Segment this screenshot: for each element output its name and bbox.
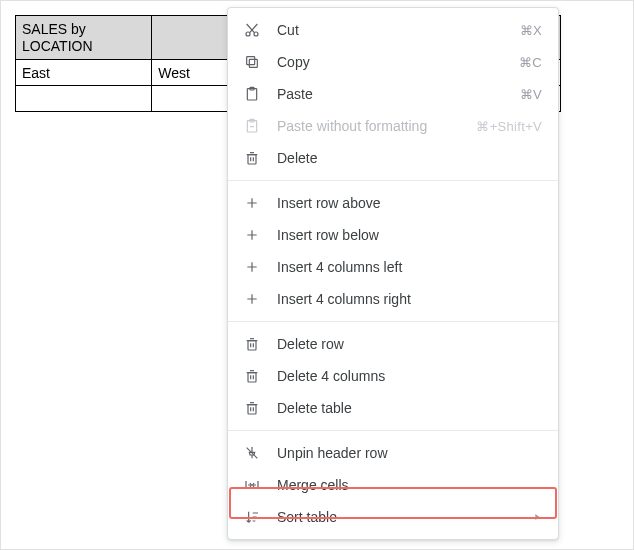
menu-item-unpin-header-row[interactable]: Unpin header row [228, 437, 558, 469]
menu-item-insert-columns-left[interactable]: Insert 4 columns left [228, 251, 558, 283]
svg-rect-10 [248, 373, 256, 382]
merge-cells-icon [242, 475, 262, 495]
menu-item-insert-row-above[interactable]: Insert row above [228, 187, 558, 219]
trash-icon [242, 334, 262, 354]
menu-item-paste[interactable]: Paste ⌘V [228, 78, 558, 110]
menu-item-label: Cut [277, 22, 520, 38]
cut-icon [242, 20, 262, 40]
svg-point-1 [254, 32, 258, 36]
menu-item-merge-cells[interactable]: Merge cells [228, 469, 558, 501]
menu-item-label: Delete table [277, 400, 542, 416]
copy-icon [242, 52, 262, 72]
menu-item-shortcut: ⌘V [520, 87, 542, 102]
menu-separator [228, 430, 558, 431]
trash-icon [242, 148, 262, 168]
menu-item-label: Merge cells [277, 477, 542, 493]
header-label: SALES by LOCATION [22, 21, 145, 55]
menu-item-label: Paste [277, 86, 520, 102]
menu-item-label: Unpin header row [277, 445, 542, 461]
menu-item-label: Sort table [277, 509, 532, 525]
unpin-icon [242, 443, 262, 463]
menu-item-paste-without-formatting: Paste without formatting ⌘+Shift+V [228, 110, 558, 142]
menu-item-label: Copy [277, 54, 519, 70]
menu-item-label: Delete [277, 150, 542, 166]
svg-rect-2 [249, 59, 257, 67]
menu-item-label: Insert row below [277, 227, 542, 243]
plus-icon [242, 289, 262, 309]
menu-item-cut[interactable]: Cut ⌘X [228, 14, 558, 46]
trash-icon [242, 366, 262, 386]
paste-icon [242, 84, 262, 104]
menu-item-label: Insert row above [277, 195, 542, 211]
sort-icon [242, 507, 262, 527]
menu-item-label: Insert 4 columns left [277, 259, 542, 275]
svg-rect-3 [247, 57, 255, 65]
menu-item-delete-row[interactable]: Delete row [228, 328, 558, 360]
plus-icon [242, 225, 262, 245]
svg-rect-9 [248, 341, 256, 350]
svg-point-0 [246, 32, 250, 36]
menu-item-insert-row-below[interactable]: Insert row below [228, 219, 558, 251]
submenu-arrow-icon [532, 512, 542, 522]
menu-item-delete-table[interactable]: Delete table [228, 392, 558, 424]
menu-item-shortcut: ⌘C [519, 55, 542, 70]
cell[interactable] [16, 86, 152, 112]
context-menu: Cut ⌘X Copy ⌘C Paste ⌘V Paste without fo… [227, 7, 559, 540]
menu-item-label: Delete 4 columns [277, 368, 542, 384]
menu-item-shortcut: ⌘X [520, 23, 542, 38]
header-cell-sales-by-location[interactable]: SALES by LOCATION [16, 16, 152, 60]
menu-item-sort-table[interactable]: Sort table [228, 501, 558, 533]
menu-item-label: Delete row [277, 336, 542, 352]
menu-item-delete-columns[interactable]: Delete 4 columns [228, 360, 558, 392]
cell-east[interactable]: East [16, 60, 152, 86]
menu-item-label: Paste without formatting [277, 118, 476, 134]
plus-icon [242, 193, 262, 213]
menu-separator [228, 180, 558, 181]
trash-icon [242, 398, 262, 418]
plus-icon [242, 257, 262, 277]
menu-item-copy[interactable]: Copy ⌘C [228, 46, 558, 78]
svg-rect-11 [248, 405, 256, 414]
menu-item-insert-columns-right[interactable]: Insert 4 columns right [228, 283, 558, 315]
menu-item-delete[interactable]: Delete [228, 142, 558, 174]
svg-rect-8 [248, 155, 256, 164]
paste-no-format-icon [242, 116, 262, 136]
menu-separator [228, 321, 558, 322]
menu-item-shortcut: ⌘+Shift+V [476, 119, 542, 134]
menu-item-label: Insert 4 columns right [277, 291, 542, 307]
